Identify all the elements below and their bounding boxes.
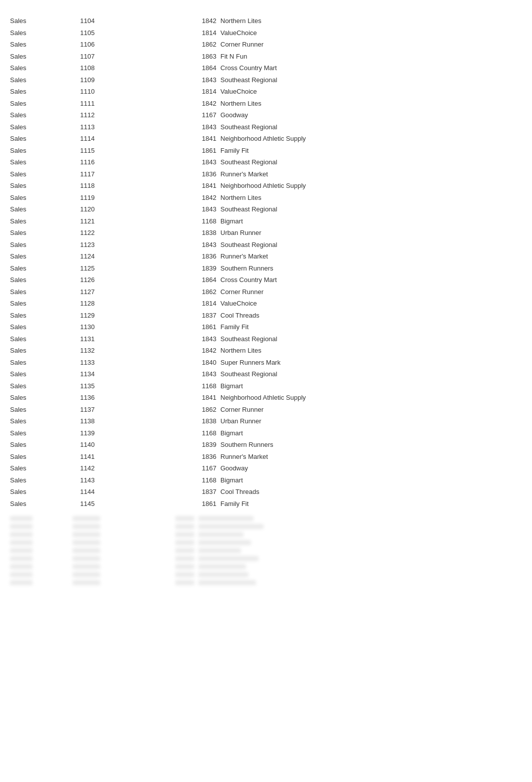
blurred-row xyxy=(10,539,522,547)
row-code: 1863 xyxy=(190,52,220,62)
row-number: 1110 xyxy=(50,87,110,97)
row-number: 1129 xyxy=(50,311,110,321)
row-type: Sales xyxy=(10,240,50,250)
row-code: 1838 xyxy=(190,228,220,238)
row-code: 1839 xyxy=(190,264,220,274)
row-name: Northern Lites xyxy=(220,193,522,203)
blurred-row xyxy=(10,514,522,523)
table-row: Sales 1126 1864 Cross Country Mart xyxy=(10,274,522,286)
row-type: Sales xyxy=(10,87,50,97)
row-right: 1864 Cross Country Mart xyxy=(110,63,522,73)
row-right: 1843 Southeast Regional xyxy=(110,240,522,250)
table-row: Sales 1124 1836 Runner's Market xyxy=(10,250,522,263)
row-code: 1836 xyxy=(190,251,220,262)
row-code: 1843 xyxy=(190,75,220,85)
row-right: 1841 Neighborhood Athletic Supply xyxy=(110,181,522,191)
row-type: Sales xyxy=(10,334,50,344)
row-number: 1131 xyxy=(50,334,110,344)
row-type: Sales xyxy=(10,181,50,191)
row-type: Sales xyxy=(10,452,50,462)
table-row: Sales 1119 1842 Northern Lites xyxy=(10,192,522,204)
row-right: 1841 Neighborhood Athletic Supply xyxy=(110,134,522,144)
row-code: 1843 xyxy=(190,334,220,344)
row-code: 1814 xyxy=(190,28,220,38)
row-number: 1108 xyxy=(50,63,110,73)
row-code: 1861 xyxy=(190,499,220,509)
row-number: 1126 xyxy=(50,275,110,285)
row-code: 1841 xyxy=(190,393,220,403)
row-number: 1142 xyxy=(50,463,110,473)
row-number: 1135 xyxy=(50,381,110,391)
row-number: 1130 xyxy=(50,322,110,332)
row-code: 1814 xyxy=(190,87,220,97)
row-number: 1117 xyxy=(50,169,110,179)
row-name: Southeast Regional xyxy=(220,75,522,85)
table-row: Sales 1115 1861 Family Fit xyxy=(10,145,522,157)
row-name: Cross Country Mart xyxy=(220,275,522,285)
row-code: 1167 xyxy=(190,463,220,473)
row-right: 1838 Urban Runner xyxy=(110,416,522,426)
row-type: Sales xyxy=(10,487,50,497)
row-type: Sales xyxy=(10,169,50,179)
row-code: 1168 xyxy=(190,475,220,485)
row-right: 1842 Northern Lites xyxy=(110,99,522,109)
row-code: 1842 xyxy=(190,16,220,26)
row-code: 1168 xyxy=(190,381,220,391)
row-type: Sales xyxy=(10,369,50,379)
row-code: 1840 xyxy=(190,358,220,368)
table-row: Sales 1106 1862 Corner Runner xyxy=(10,39,522,51)
row-right: 1167 Goodway xyxy=(110,463,522,473)
row-name: Goodway xyxy=(220,463,522,473)
row-right: 1861 Family Fit xyxy=(110,146,522,156)
table-row: Sales 1132 1842 Northern Lites xyxy=(10,345,522,357)
row-code: 1839 xyxy=(190,440,220,450)
row-name: Southeast Regional xyxy=(220,240,522,250)
row-name: Northern Lites xyxy=(220,16,522,26)
row-code: 1168 xyxy=(190,428,220,438)
table-row: Sales 1140 1839 Southern Runners xyxy=(10,439,522,451)
row-number: 1113 xyxy=(50,122,110,132)
row-name: Southeast Regional xyxy=(220,157,522,167)
row-number: 1143 xyxy=(50,475,110,485)
row-number: 1123 xyxy=(50,240,110,250)
row-name: Northern Lites xyxy=(220,346,522,356)
row-type: Sales xyxy=(10,157,50,167)
row-code: 1862 xyxy=(190,40,220,50)
row-type: Sales xyxy=(10,275,50,285)
row-number: 1115 xyxy=(50,146,110,156)
row-right: 1837 Cool Threads xyxy=(110,487,522,497)
row-right: 1843 Southeast Regional xyxy=(110,369,522,379)
row-number: 1144 xyxy=(50,487,110,497)
table-row: Sales 1116 1843 Southeast Regional xyxy=(10,156,522,168)
row-type: Sales xyxy=(10,146,50,156)
row-right: 1861 Family Fit xyxy=(110,499,522,509)
row-number: 1128 xyxy=(50,299,110,309)
table-row: Sales 1142 1167 Goodway xyxy=(10,462,522,474)
blurred-row xyxy=(10,571,522,579)
row-name: Neighborhood Athletic Supply xyxy=(220,134,522,144)
table-row: Sales 1104 1842 Northern Lites xyxy=(10,15,522,27)
row-type: Sales xyxy=(10,463,50,473)
table-row: Sales 1128 1814 ValueChoice xyxy=(10,298,522,310)
row-name: Runner's Market xyxy=(220,169,522,179)
row-name: Cross Country Mart xyxy=(220,63,522,73)
row-number: 1111 xyxy=(50,99,110,109)
row-name: Runner's Market xyxy=(220,251,522,262)
table-row: Sales 1113 1843 Southeast Regional xyxy=(10,121,522,133)
row-name: Bigmart xyxy=(220,475,522,485)
row-right: 1862 Corner Runner xyxy=(110,40,522,50)
table-row: Sales 1143 1168 Bigmart xyxy=(10,474,522,486)
row-number: 1105 xyxy=(50,28,110,38)
table-row: Sales 1111 1842 Northern Lites xyxy=(10,98,522,110)
blurred-row xyxy=(10,555,522,563)
row-code: 1167 xyxy=(190,110,220,120)
row-number: 1133 xyxy=(50,358,110,368)
row-name: Corner Runner xyxy=(220,287,522,297)
row-number: 1122 xyxy=(50,228,110,238)
row-right: 1864 Cross Country Mart xyxy=(110,275,522,285)
row-name: ValueChoice xyxy=(220,299,522,309)
row-right: 1863 Fit N Fun xyxy=(110,52,522,62)
row-number: 1134 xyxy=(50,369,110,379)
row-name: Super Runners Mark xyxy=(220,358,522,368)
row-right: 1842 Northern Lites xyxy=(110,346,522,356)
